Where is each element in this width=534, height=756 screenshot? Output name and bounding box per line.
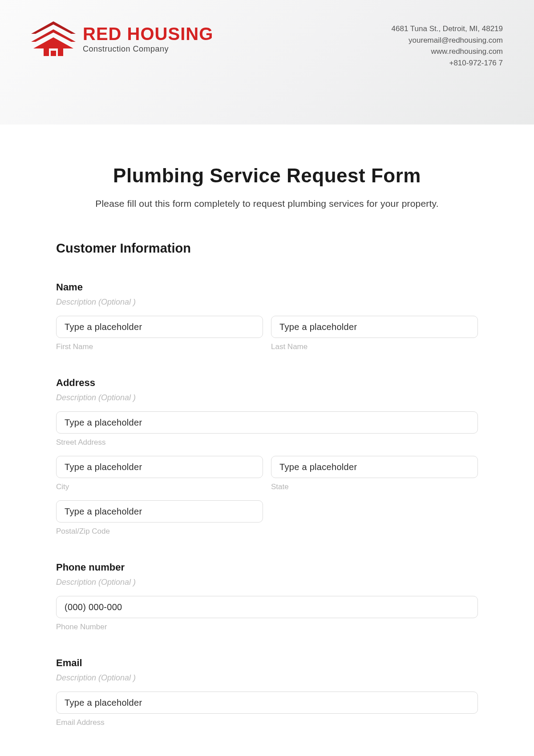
phone-input[interactable] bbox=[56, 596, 478, 618]
label-address: Address bbox=[56, 377, 478, 389]
brand-name: RED HOUSING bbox=[83, 25, 213, 43]
desc-phone: Description (Optional ) bbox=[56, 578, 478, 587]
header: RED HOUSING Construction Company 4681 Tu… bbox=[0, 0, 534, 125]
svg-rect-3 bbox=[51, 51, 56, 56]
brand-text: RED HOUSING Construction Company bbox=[83, 25, 213, 54]
group-name: Name Description (Optional ) First Name … bbox=[56, 281, 478, 351]
sublabel-zip: Postal/Zip Code bbox=[56, 527, 263, 536]
city-input[interactable] bbox=[56, 456, 263, 478]
zip-input[interactable] bbox=[56, 500, 263, 523]
street-address-input[interactable] bbox=[56, 411, 478, 434]
contact-website: www.redhousing.com bbox=[392, 46, 503, 57]
brand-block: RED HOUSING Construction Company bbox=[31, 21, 213, 57]
contact-email: youremail@redhousing.com bbox=[392, 35, 503, 46]
house-logo-icon bbox=[31, 21, 76, 57]
sublabel-email: Email Address bbox=[56, 718, 478, 727]
section-customer-info: Customer Information bbox=[56, 241, 478, 256]
desc-address: Description (Optional ) bbox=[56, 393, 478, 402]
last-name-input[interactable] bbox=[271, 316, 478, 338]
sublabel-city: City bbox=[56, 483, 263, 491]
desc-name: Description (Optional ) bbox=[56, 298, 478, 307]
sublabel-first-name: First Name bbox=[56, 342, 263, 351]
label-name: Name bbox=[56, 281, 478, 293]
sublabel-state: State bbox=[271, 483, 478, 491]
label-email: Email bbox=[56, 657, 478, 669]
brand-subtitle: Construction Company bbox=[83, 44, 213, 54]
sublabel-last-name: Last Name bbox=[271, 342, 478, 351]
sublabel-street: Street Address bbox=[56, 438, 478, 447]
state-input[interactable] bbox=[271, 456, 478, 478]
page-title: Plumbing Service Request Form bbox=[56, 165, 478, 187]
form-content: Plumbing Service Request Form Please fil… bbox=[0, 125, 534, 727]
label-phone: Phone number bbox=[56, 562, 478, 573]
group-email: Email Description (Optional ) Email Addr… bbox=[56, 657, 478, 727]
email-input[interactable] bbox=[56, 692, 478, 714]
desc-email: Description (Optional ) bbox=[56, 673, 478, 683]
group-phone: Phone number Description (Optional ) Pho… bbox=[56, 562, 478, 631]
intro-text: Please fill out this form completely to … bbox=[56, 198, 478, 209]
group-address: Address Description (Optional ) Street A… bbox=[56, 377, 478, 536]
first-name-input[interactable] bbox=[56, 316, 263, 338]
sublabel-phone: Phone Number bbox=[56, 623, 478, 631]
company-contact: 4681 Tuna St., Detroit, MI, 48219 yourem… bbox=[392, 23, 503, 68]
contact-phone: +810-972-176 7 bbox=[392, 57, 503, 69]
contact-address: 4681 Tuna St., Detroit, MI, 48219 bbox=[392, 23, 503, 35]
